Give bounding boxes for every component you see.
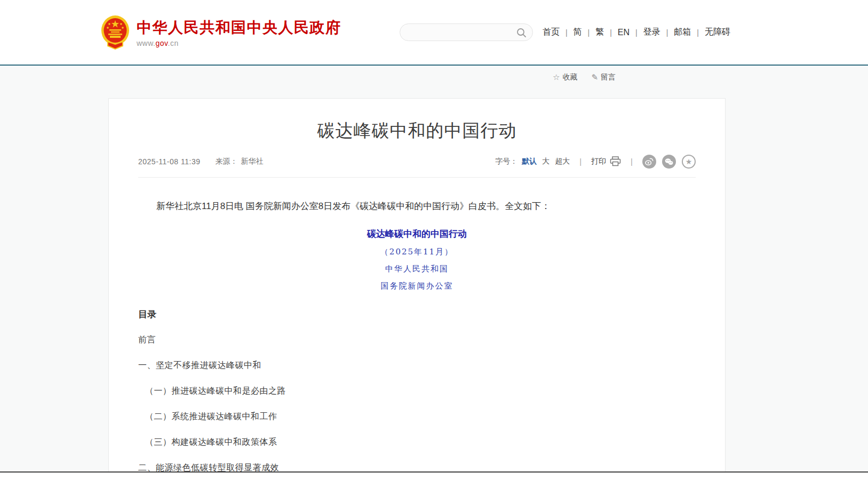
publish-date: 2025-11-08 11:39 xyxy=(138,157,200,166)
table-of-contents: 前言一、坚定不移推进碳达峰碳中和（一）推进碳达峰碳中和是必由之路（二）系统推进碳… xyxy=(138,334,696,471)
source-value[interactable]: 新华社 xyxy=(241,157,263,166)
weibo-share-icon[interactable] xyxy=(642,155,656,169)
document-org-line-2: 国务院新闻办公室 xyxy=(138,281,696,291)
site-url: www.gov.cn xyxy=(137,39,341,47)
wechat-share-icon[interactable] xyxy=(662,155,676,169)
top-nav-item[interactable]: 无障碍 xyxy=(705,27,730,38)
national-emblem-logo xyxy=(100,15,130,50)
top-nav-item[interactable]: 首页 xyxy=(543,27,574,38)
pencil-icon: ✎ xyxy=(591,73,598,82)
divider: | xyxy=(579,157,582,166)
search-box[interactable] xyxy=(400,23,533,41)
fontsize-large-button[interactable]: 大 xyxy=(542,157,550,166)
site-url-gov: gov xyxy=(155,39,168,47)
top-nav-item[interactable]: 登录 xyxy=(643,27,674,38)
article-title: 碳达峰碳中和的中国行动 xyxy=(138,119,696,143)
toc-item: （二）系统推进碳达峰碳中和工作 xyxy=(138,411,696,422)
search-icon[interactable] xyxy=(516,28,527,38)
article-container: 碳达峰碳中和的中国行动 2025-11-08 11:39 来源： 新华社 字号：… xyxy=(108,98,726,471)
top-nav-item[interactable]: 繁 xyxy=(595,27,618,38)
comment-label: 留言 xyxy=(601,73,616,82)
site-title: 中华人民共和国中央人民政府 xyxy=(137,18,341,38)
site-url-cn: .cn xyxy=(168,39,179,47)
document-org-line-1: 中华人民共和国 xyxy=(138,264,696,274)
favorite-label: 收藏 xyxy=(562,73,577,82)
fontsize-xlarge-button[interactable]: 超大 xyxy=(555,157,570,166)
action-bar: ☆ 收藏 ✎ 留言 xyxy=(108,72,726,83)
fontsize-label: 字号： xyxy=(495,157,517,166)
divider: | xyxy=(631,157,633,166)
viewport-bottom-edge xyxy=(0,471,868,473)
site-header: 中华人民共和国中央人民政府 www.gov.cn 首页简繁EN登录邮箱无障碍 xyxy=(0,0,868,66)
lead-paragraph: 新华社北京11月8日电 国务院新闻办公室8日发布《碳达峰碳中和的中国行动》白皮书… xyxy=(138,199,696,214)
site-brand[interactable]: 中华人民共和国中央人民政府 www.gov.cn xyxy=(100,15,341,50)
document-title: 碳达峰碳中和的中国行动 xyxy=(138,228,696,240)
toc-item: 二、能源绿色低碳转型取得显著成效 xyxy=(138,462,696,471)
toc-item: 一、坚定不移推进碳达峰碳中和 xyxy=(138,360,696,371)
meta-divider-line xyxy=(138,177,696,178)
fontsize-default-button[interactable]: 默认 xyxy=(522,157,537,166)
toc-item: （三）构建碳达峰碳中和政策体系 xyxy=(138,437,696,448)
page-background: ☆ 收藏 ✎ 留言 碳达峰碳中和的中国行动 2025-11-08 11:39 来… xyxy=(0,66,868,471)
top-nav-item[interactable]: EN xyxy=(618,28,643,37)
document-date-line: （2025年11月） xyxy=(138,247,696,257)
source-label: 来源： xyxy=(215,157,237,166)
print-button[interactable]: 打印 xyxy=(591,156,621,166)
comment-button[interactable]: ✎ 留言 xyxy=(591,72,616,83)
top-nav-item[interactable]: 简 xyxy=(574,27,596,38)
top-nav: 首页简繁EN登录邮箱无障碍 xyxy=(543,27,730,38)
article-meta-row: 2025-11-08 11:39 来源： 新华社 字号： 默认 大 超大 | 打… xyxy=(138,155,696,169)
star-icon: ☆ xyxy=(553,73,560,82)
printer-icon xyxy=(610,156,621,166)
share-icons: ★ xyxy=(642,155,696,169)
top-nav-item[interactable]: 邮箱 xyxy=(674,27,705,38)
more-share-icon[interactable]: ★ xyxy=(682,155,696,169)
star-share-glyph: ★ xyxy=(686,158,692,165)
print-label: 打印 xyxy=(591,157,606,166)
favorite-button[interactable]: ☆ 收藏 xyxy=(553,72,577,83)
toc-heading: 目录 xyxy=(138,308,696,321)
toc-item: （一）推进碳达峰碳中和是必由之路 xyxy=(138,386,696,397)
search-input[interactable] xyxy=(400,24,532,41)
site-url-www: www. xyxy=(137,39,155,47)
toc-item: 前言 xyxy=(138,334,696,346)
